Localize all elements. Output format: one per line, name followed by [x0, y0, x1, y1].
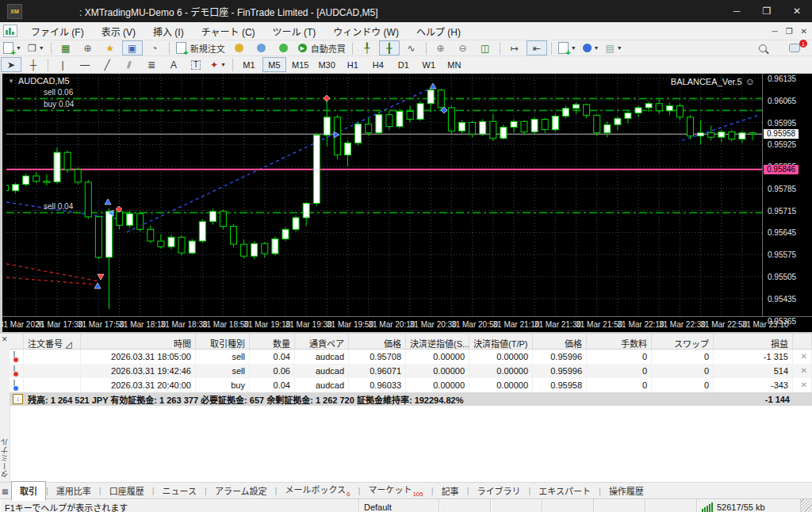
close-order-icon[interactable]: ✕: [793, 364, 812, 378]
mdi-close-icon[interactable]: ✕: [801, 27, 807, 36]
tab-9[interactable]: エキスパート: [530, 482, 599, 500]
zoom-out-button[interactable]: ⊖: [453, 40, 473, 55]
channel-button[interactable]: ⫽: [119, 57, 140, 72]
hline-button[interactable]: —: [75, 57, 95, 72]
navigator-button[interactable]: ★: [100, 40, 121, 55]
data-window-button[interactable]: ⊕: [78, 40, 98, 55]
column-header-5[interactable]: 通貨ペア: [295, 334, 349, 350]
line-chart-mode-button[interactable]: ∿: [401, 40, 422, 55]
table-row[interactable]: 2026.03.31 20:40:00buy0.04audcad0.960330…: [10, 378, 812, 392]
tab-8[interactable]: ライブラリ: [469, 482, 528, 500]
tab-2[interactable]: 口座履歴: [102, 482, 152, 500]
column-header-6[interactable]: 価格: [349, 334, 406, 350]
column-header-9[interactable]: 価格: [533, 334, 587, 350]
column-header-blank[interactable]: [793, 334, 812, 350]
ea-smiley-icon[interactable]: ☺: [745, 76, 755, 87]
table-row[interactable]: 2026.03.31 18:05:00sell0.04audcad0.95708…: [10, 350, 812, 364]
timeframe-m30[interactable]: M30: [314, 57, 339, 72]
notifications-button[interactable]: 1: [784, 40, 805, 55]
crosshair-button[interactable]: ┼: [23, 57, 44, 72]
price-axis[interactable]: 0.961350.960650.959950.959250.958550.957…: [762, 74, 812, 316]
timeframe-mn[interactable]: MN: [442, 57, 466, 72]
mdi-minimize-icon[interactable]: ─: [772, 27, 778, 36]
templates-button[interactable]: ▤▼: [603, 40, 625, 55]
terminal-close-icon[interactable]: ✕: [2, 335, 8, 343]
resize-grip[interactable]: [801, 499, 812, 512]
cell: 0.95996: [533, 350, 587, 364]
search-button[interactable]: [753, 40, 773, 55]
trendline-button[interactable]: ╱: [97, 57, 117, 72]
chart-menu-icon[interactable]: [3, 25, 17, 37]
menu-item-挿[interactable]: 挿入 (I): [144, 22, 193, 40]
auto-scroll-button[interactable]: ↦: [504, 40, 525, 55]
tab-5[interactable]: メールボックス6: [277, 480, 358, 500]
column-header-3[interactable]: 取引種別: [196, 334, 250, 350]
tab-trade[interactable]: 取引: [11, 481, 46, 501]
column-header-4[interactable]: 数量: [250, 334, 295, 350]
chart-plot[interactable]: sell 0.06buy 0.04sell 0.04: [6, 74, 762, 316]
menu-item-ウ[interactable]: ウィンドウ (W): [324, 22, 408, 40]
column-header-1[interactable]: 注文番号 ◿: [24, 334, 81, 350]
text-button[interactable]: A: [163, 57, 184, 72]
one-click-trading-arrow-icon[interactable]: ▼: [8, 78, 14, 85]
table-row[interactable]: 2026.03.31 19:42:46sell0.06audcad0.96071…: [10, 364, 812, 378]
tab-4[interactable]: アラーム設定: [207, 482, 275, 500]
column-header-12[interactable]: 損益: [714, 334, 793, 350]
candle-chart-mode-button[interactable]: ╂: [379, 40, 400, 55]
tile-windows-button[interactable]: ◫: [475, 40, 496, 55]
mdi-restore-icon[interactable]: ❐: [786, 27, 793, 36]
menu-item-表[interactable]: 表示 (V): [93, 22, 144, 40]
status-profile[interactable]: Default: [359, 499, 439, 512]
timeframe-m15[interactable]: M15: [288, 57, 312, 72]
column-header-10[interactable]: 手数料: [587, 334, 652, 350]
time-axis[interactable]: 31 Mar 202631 Mar 17:3031 Mar 17:5031 Ma…: [2, 316, 812, 333]
current-price-tag: 0.95958: [764, 129, 799, 139]
market-watch-button[interactable]: ▦: [56, 40, 76, 55]
column-header-11[interactable]: スワップ: [652, 334, 714, 350]
timeframe-d1[interactable]: D1: [392, 57, 416, 72]
chart-shift-button[interactable]: ⇤: [527, 40, 547, 55]
tab-10[interactable]: 操作履歴: [601, 482, 652, 500]
community-button[interactable]: [251, 40, 272, 55]
timeframe-w1[interactable]: W1: [417, 57, 441, 72]
timeframe-m1[interactable]: M1: [237, 57, 261, 72]
column-header-8[interactable]: 決済指値(T/P): [469, 334, 533, 350]
timeframe-m5[interactable]: M5: [262, 57, 286, 72]
timeframe-h4[interactable]: H4: [366, 57, 390, 72]
column-header-blank[interactable]: [10, 334, 24, 350]
cell: [24, 378, 81, 392]
tab-3[interactable]: ニュース: [155, 482, 205, 500]
auto-trading-button[interactable]: ▶ 自動売買: [296, 40, 348, 55]
tab-6[interactable]: マーケット105: [360, 480, 431, 500]
strategy-tester-button[interactable]: ◔: [144, 40, 165, 55]
minimize-button[interactable]: ─: [722, 0, 752, 22]
menu-item-フ[interactable]: ファイル (F): [22, 22, 93, 40]
indicators-button[interactable]: +▼: [556, 40, 579, 55]
text-label-button[interactable]: T: [186, 57, 206, 72]
menu-item-ヘ[interactable]: ヘルプ (H): [408, 22, 469, 40]
close-order-icon[interactable]: ✕: [793, 350, 812, 364]
fibonacci-button[interactable]: ≣: [141, 57, 162, 72]
menu-item-ツ[interactable]: ツール (T): [264, 22, 325, 40]
new-order-button[interactable]: + 新規注文: [174, 40, 228, 55]
signals-button[interactable]: [274, 40, 294, 55]
periods-button[interactable]: ▼: [580, 40, 602, 55]
arrows-button[interactable]: ✦▼: [208, 57, 228, 72]
metaeditor-button[interactable]: [229, 40, 250, 55]
tab-7[interactable]: 記事: [434, 482, 467, 500]
maximize-button[interactable]: ❐: [752, 0, 782, 22]
bar-chart-mode-button[interactable]: ╀: [357, 40, 377, 55]
close-order-icon[interactable]: ✕: [793, 378, 812, 392]
terminal-panel-button[interactable]: ▣: [122, 40, 143, 55]
profiles-button[interactable]: ❐▼: [25, 40, 47, 55]
new-chart-button[interactable]: +▼: [1, 40, 24, 55]
column-header-7[interactable]: 決済逆指値(S...: [406, 334, 469, 350]
menu-item-チ[interactable]: チャート (C): [193, 22, 264, 40]
column-header-2[interactable]: 時間: [81, 334, 196, 350]
tab-1[interactable]: 運用比率: [48, 482, 99, 500]
timeframe-h1[interactable]: H1: [341, 57, 365, 72]
cursor-button[interactable]: ➤: [1, 57, 21, 72]
vline-button[interactable]: |: [52, 57, 73, 72]
close-button[interactable]: ✕: [782, 0, 812, 22]
zoom-in-button[interactable]: ⊕: [431, 40, 451, 55]
